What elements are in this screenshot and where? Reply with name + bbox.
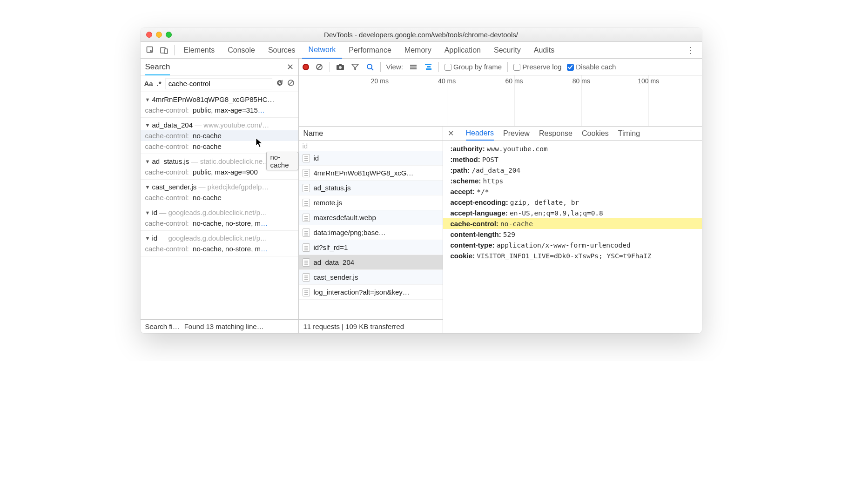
details-tabs: ✕ HeadersPreviewResponseCookiesTiming <box>443 127 702 141</box>
svg-line-6 <box>317 65 321 69</box>
request-row[interactable]: id?slf_rd=1 <box>299 240 443 255</box>
search-result-file[interactable]: ▼id — googleads.g.doubleclick.net/p… <box>141 207 298 218</box>
search-result-line[interactable]: cache-control: no-cache, no-store, m… <box>141 243 298 254</box>
inspect-element-icon[interactable] <box>143 46 157 54</box>
header-row[interactable]: cookie: VISITOR_INFO1_LIVE=dDk0-xTswPs; … <box>443 250 702 261</box>
svg-point-10 <box>367 64 372 69</box>
request-row[interactable]: log_interaction?alt=json&key… <box>299 285 443 300</box>
request-row-partial[interactable]: id <box>299 141 443 151</box>
timeline-ruler[interactable]: 20 ms40 ms60 ms80 ms100 ms <box>299 75 702 127</box>
header-row[interactable]: cache-control: no-cache <box>443 218 702 229</box>
request-row[interactable]: data:image/png;base… <box>299 225 443 240</box>
details-tab-headers[interactable]: Headers <box>466 127 494 141</box>
requests-column: Name id id4mrRnEPnWo81qWPG8_xcG…ad_statu… <box>299 127 443 333</box>
request-name: ad_data_204 <box>314 258 439 266</box>
list-view-icon[interactable] <box>409 65 418 69</box>
request-name: ad_status.js <box>314 184 439 192</box>
search-icon[interactable] <box>365 63 375 71</box>
search-panel-header: Search ✕ <box>141 59 298 75</box>
header-row[interactable]: :scheme: https <box>443 175 702 186</box>
header-row[interactable]: accept: */* <box>443 186 702 197</box>
screenshot-icon[interactable] <box>336 64 345 70</box>
search-result-group: ▼id — googleads.g.doubleclick.net/p…cach… <box>141 231 298 256</box>
request-row[interactable]: maxresdefault.webp <box>299 210 443 225</box>
tab-memory[interactable]: Memory <box>398 42 438 58</box>
tab-elements[interactable]: Elements <box>177 42 222 58</box>
search-result-line[interactable]: cache-control: no-cache <box>141 192 298 203</box>
tab-audits[interactable]: Audits <box>527 42 561 58</box>
details-tab-response[interactable]: Response <box>539 127 573 140</box>
search-result-file[interactable]: ▼ad_data_204 — www.youtube.com/… <box>141 120 298 130</box>
record-button[interactable] <box>303 64 309 70</box>
header-row[interactable]: accept-language: en-US,en;q=0.9,la;q=0.8 <box>443 208 702 218</box>
file-icon <box>303 273 310 282</box>
request-name: maxresdefault.webp <box>314 214 439 222</box>
tab-network[interactable]: Network <box>302 42 343 59</box>
header-row[interactable]: content-type: application/x-www-form-url… <box>443 240 702 250</box>
header-row[interactable]: :method: POST <box>443 154 702 165</box>
file-icon <box>303 199 310 207</box>
separator <box>174 45 175 55</box>
search-result-file[interactable]: ▼cast_sender.js — pkedcjkdefgpdelp… <box>141 181 298 192</box>
search-input[interactable] <box>165 78 272 89</box>
header-row[interactable]: :path: /ad_data_204 <box>443 165 702 175</box>
devtools-window: DevTools - developers.google.com/web/too… <box>141 28 702 333</box>
search-footer-field: Search fi… <box>145 323 180 330</box>
refresh-icon[interactable] <box>276 79 283 88</box>
device-toolbar-icon[interactable] <box>157 46 171 54</box>
svg-line-11 <box>371 68 373 70</box>
header-row[interactable]: accept-encoding: gzip, deflate, br <box>443 197 702 208</box>
search-result-line[interactable]: cache-control: no-cache, no-store, m… <box>141 218 298 228</box>
group-by-frame-checkbox[interactable]: Group by frame <box>445 63 502 71</box>
svg-rect-8 <box>339 64 342 66</box>
panel-body: Search ✕ Aa .* ▼4mrRnEPnWo81qWPG8_xcGP85… <box>141 59 702 333</box>
search-result-line[interactable]: cache-control: no-cache <box>141 141 298 152</box>
file-icon <box>303 288 310 296</box>
waterfall-view-icon[interactable] <box>424 64 433 70</box>
search-result-line[interactable]: cache-control: no-cache <box>141 130 298 141</box>
request-name: 4mrRnEPnWo81qWPG8_xcG… <box>314 169 439 177</box>
separator <box>380 62 381 72</box>
tab-performance[interactable]: Performance <box>342 42 398 58</box>
search-results: ▼4mrRnEPnWo81qWPG8_xcGP85HC…cache-contro… <box>141 92 298 319</box>
clear-icon[interactable] <box>287 79 295 88</box>
clear-log-icon[interactable] <box>315 63 324 71</box>
filter-icon[interactable] <box>350 64 360 70</box>
file-icon <box>303 243 310 252</box>
request-row[interactable]: remote.js <box>299 195 443 210</box>
file-icon <box>303 154 310 162</box>
details-tab-timing[interactable]: Timing <box>618 127 640 140</box>
details-tab-cookies[interactable]: Cookies <box>582 127 609 140</box>
request-name: log_interaction?alt=json&key… <box>314 288 439 296</box>
request-row[interactable]: ad_data_204 <box>299 255 443 270</box>
tab-application[interactable]: Application <box>438 42 487 58</box>
tab-console[interactable]: Console <box>221 42 262 58</box>
search-result-file[interactable]: ▼id — googleads.g.doubleclick.net/p… <box>141 233 298 243</box>
regex-toggle[interactable]: .* <box>157 80 162 87</box>
preserve-log-checkbox[interactable]: Preserve log <box>513 63 561 71</box>
separator <box>507 62 508 72</box>
requests-header[interactable]: Name <box>299 127 443 141</box>
request-row[interactable]: cast_sender.js <box>299 270 443 285</box>
disable-cache-checkbox[interactable]: Disable cach <box>567 63 616 71</box>
request-row[interactable]: ad_status.js <box>299 181 443 195</box>
match-case-toggle[interactable]: Aa <box>144 80 153 87</box>
svg-line-4 <box>289 81 293 85</box>
close-details-icon[interactable]: ✕ <box>448 129 454 138</box>
ruler-tick-label: 40 ms <box>438 77 456 85</box>
header-row[interactable]: content-length: 529 <box>443 229 702 240</box>
tooltip: no-cache <box>266 152 298 170</box>
close-icon[interactable]: ✕ <box>287 62 294 72</box>
request-row[interactable]: 4mrRnEPnWo81qWPG8_xcG… <box>299 166 443 181</box>
request-row[interactable]: id <box>299 151 443 166</box>
tab-sources[interactable]: Sources <box>262 42 302 58</box>
details-tab-preview[interactable]: Preview <box>503 127 530 140</box>
header-row[interactable]: :authority: www.youtube.com <box>443 143 702 154</box>
search-result-line[interactable]: cache-control: public, max-age=315… <box>141 105 298 115</box>
tab-security[interactable]: Security <box>487 42 527 58</box>
svg-point-9 <box>339 66 342 69</box>
separator <box>438 62 439 72</box>
requests-footer: 11 requests | 109 KB transferred <box>299 319 443 333</box>
more-menu-icon[interactable]: ⋮ <box>681 45 699 55</box>
search-result-file[interactable]: ▼4mrRnEPnWo81qWPG8_xcGP85HC… <box>141 94 298 105</box>
